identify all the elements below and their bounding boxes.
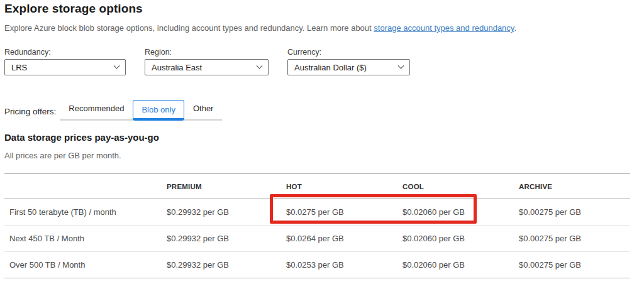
region-select[interactable]: Australia East <box>145 59 269 75</box>
row-label: Next 450 TB / Month <box>4 226 167 252</box>
price-cell-archive: $0.00275 per GB <box>519 252 630 278</box>
price-cell-archive: $0.00275 per GB <box>519 226 630 252</box>
pricing-offers-tabs: Recommended Blob only Other <box>60 99 222 121</box>
section-note: All prices are per GB per month. <box>4 151 644 160</box>
col-header-premium: PREMIUM <box>167 174 286 199</box>
subtitle-text: Explore Azure block blob storage options… <box>4 23 374 33</box>
table-row: Over 500 TB / Month $0.29932 per GB $0.0… <box>4 252 630 278</box>
price-cell-premium: $0.29932 per GB <box>167 252 286 278</box>
page-subtitle: Explore Azure block blob storage options… <box>4 23 644 33</box>
chevron-down-icon <box>257 62 263 68</box>
redundancy-select[interactable]: LRS <box>4 59 126 75</box>
storage-types-link[interactable]: storage account types and redundancy <box>374 23 514 33</box>
tab-recommended[interactable]: Recommended <box>60 99 133 119</box>
pricing-offers-label: Pricing offers: <box>4 107 56 116</box>
col-header-archive: ARCHIVE <box>519 174 630 199</box>
price-cell-archive: $0.00275 per GB <box>519 199 630 226</box>
table-row: First 50 terabyte (TB) / month $0.29932 … <box>4 199 630 226</box>
price-table: PREMIUM HOT COOL ARCHIVE First 50 teraby… <box>4 173 630 278</box>
region-label: Region: <box>145 48 269 57</box>
currency-value: Australian Dollar ($) <box>294 63 367 72</box>
redundancy-filter: Redundancy: LRS <box>4 48 126 75</box>
currency-label: Currency: <box>287 48 410 57</box>
col-header-cool: COOL <box>402 174 519 199</box>
price-cell-hot: $0.0253 per GB <box>286 252 402 278</box>
col-header-empty <box>4 174 167 199</box>
page-title: Explore storage options <box>4 2 644 16</box>
region-value: Australia East <box>152 63 202 72</box>
currency-select[interactable]: Australian Dollar ($) <box>287 59 410 75</box>
row-label: First 50 terabyte (TB) / month <box>4 199 167 226</box>
filters-row: Redundancy: LRS Region: Australia East C… <box>4 48 644 75</box>
chevron-down-icon <box>114 62 120 68</box>
redundancy-value: LRS <box>11 63 27 72</box>
price-cell-premium: $0.29932 per GB <box>167 199 286 226</box>
chevron-down-icon <box>398 62 404 68</box>
price-cell-cool: $0.02060 per GB <box>402 199 519 226</box>
price-cell-cool: $0.02060 per GB <box>402 226 519 252</box>
table-row: Next 450 TB / Month $0.29932 per GB $0.0… <box>4 226 630 252</box>
col-header-hot: HOT <box>286 174 402 199</box>
currency-filter: Currency: Australian Dollar ($) <box>287 48 410 75</box>
pricing-offers-row: Pricing offers: Recommended Blob only Ot… <box>4 99 644 121</box>
table-header-row: PREMIUM HOT COOL ARCHIVE <box>4 174 630 199</box>
tab-blob-only[interactable]: Blob only <box>133 100 184 121</box>
redundancy-label: Redundancy: <box>4 48 126 57</box>
price-cell-cool: $0.02060 per GB <box>402 252 519 278</box>
price-cell-hot: $0.0275 per GB <box>286 199 402 226</box>
page-content: Explore storage options Explore Azure bl… <box>0 0 644 278</box>
row-label: Over 500 TB / Month <box>4 252 167 278</box>
price-cell-premium: $0.29932 per GB <box>167 226 286 252</box>
section-heading: Data storage prices pay-as-you-go <box>4 132 644 143</box>
price-cell-hot: $0.0264 per GB <box>286 226 402 252</box>
tab-other[interactable]: Other <box>184 99 223 119</box>
region-filter: Region: Australia East <box>145 48 269 75</box>
subtitle-period: . <box>514 23 516 33</box>
